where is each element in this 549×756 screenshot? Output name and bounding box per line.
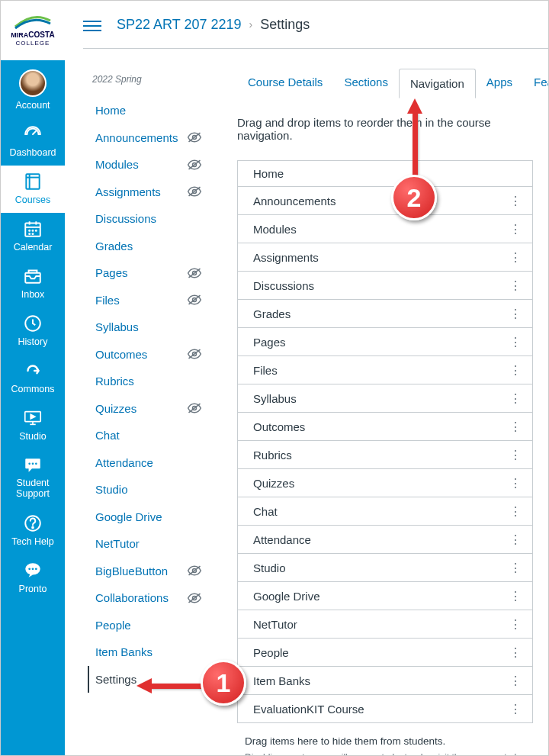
svg-point-18 — [32, 463, 34, 465]
settings-tabs: Course DetailsSectionsNavigationAppsFeat… — [237, 68, 548, 98]
course-nav-label: NetTutor — [95, 536, 140, 552]
course-nav-item[interactable]: Assignments — [88, 179, 205, 206]
tab-apps[interactable]: Apps — [476, 68, 523, 98]
course-nav-label: Files — [95, 293, 120, 308]
course-nav-item[interactable]: Announcements — [88, 124, 205, 152]
kebab-icon[interactable]: ⋮ — [508, 391, 523, 406]
kebab-icon[interactable]: ⋮ — [508, 616, 523, 632]
gnav-pronto[interactable]: Pronto — [1, 555, 65, 602]
kebab-icon[interactable]: ⋮ — [508, 447, 523, 462]
kebab-icon[interactable]: ⋮ — [508, 475, 523, 491]
course-nav-item[interactable]: Attendance — [88, 449, 205, 477]
course-nav-item[interactable]: Google Drive — [88, 503, 205, 531]
kebab-icon[interactable]: ⋮ — [508, 503, 523, 519]
nav-item[interactable]: Announcements⋮ — [238, 187, 532, 215]
course-nav-item[interactable]: Files — [88, 287, 205, 314]
course-nav-item[interactable]: Studio — [88, 476, 205, 503]
kebab-icon[interactable]: ⋮ — [508, 221, 523, 236]
gnav-courses[interactable]: Courses — [1, 166, 65, 213]
kebab-icon[interactable]: ⋮ — [508, 560, 523, 575]
breadcrumb-page: Settings — [260, 17, 310, 33]
annotation-arrow-2 — [410, 98, 421, 181]
gnav-label: Student Support — [2, 478, 63, 500]
course-nav-item[interactable]: NetTutor — [88, 530, 205, 558]
nav-item[interactable]: People⋮ — [238, 639, 532, 667]
nav-item[interactable]: EvaluationKIT Course⋮ — [238, 695, 532, 723]
course-nav-item[interactable]: People — [88, 612, 205, 639]
kebab-icon[interactable]: ⋮ — [508, 193, 523, 208]
gnav-history[interactable]: History — [1, 307, 65, 355]
nav-item[interactable]: Home — [238, 161, 532, 187]
global-nav: Account Dashboard Courses Calendar Inbox… — [1, 1, 65, 755]
gnav-inbox[interactable]: Inbox — [1, 260, 65, 307]
nav-item[interactable]: Outcomes⋮ — [238, 413, 532, 441]
kebab-icon[interactable]: ⋮ — [508, 278, 523, 293]
kebab-icon[interactable]: ⋮ — [508, 334, 523, 349]
nav-item[interactable]: Pages⋮ — [238, 328, 532, 356]
kebab-icon[interactable]: ⋮ — [508, 532, 523, 547]
hamburger-menu-button[interactable] — [83, 18, 101, 31]
gnav-commons[interactable]: Commons — [1, 355, 65, 402]
course-nav-label: Google Drive — [95, 510, 162, 525]
breadcrumb-course-link[interactable]: SP22 ART 207 2219 — [117, 17, 241, 33]
gnav-studio[interactable]: Studio — [1, 402, 65, 449]
nav-item[interactable]: Quizzes⋮ — [238, 469, 532, 497]
course-nav-label: Attendance — [95, 455, 153, 471]
nav-item-label: NetTutor — [253, 618, 297, 631]
nav-item[interactable]: Assignments⋮ — [238, 243, 532, 272]
gnav-calendar[interactable]: Calendar — [1, 213, 65, 260]
nav-item[interactable]: Item Banks⋮ — [238, 667, 532, 695]
gnav-account[interactable]: Account — [1, 60, 65, 118]
course-nav-item[interactable]: Outcomes — [88, 341, 205, 368]
tab-course-details[interactable]: Course Details — [237, 68, 333, 98]
tab-sections[interactable]: Sections — [333, 68, 399, 98]
kebab-icon[interactable]: ⋮ — [508, 645, 523, 660]
course-nav-item[interactable]: Modules — [88, 151, 205, 179]
course-nav-item[interactable]: Home — [88, 97, 205, 124]
gnav-label: Pronto — [19, 584, 47, 594]
nav-item[interactable]: Google Drive⋮ — [238, 582, 532, 610]
kebab-icon[interactable]: ⋮ — [508, 673, 523, 688]
svg-point-23 — [28, 568, 30, 570]
course-nav-item[interactable]: Syllabus — [88, 314, 205, 341]
kebab-icon[interactable]: ⋮ — [508, 249, 523, 265]
nav-item[interactable]: Chat⋮ — [238, 497, 532, 526]
hidden-icon — [187, 294, 202, 306]
kebab-icon[interactable]: ⋮ — [508, 419, 523, 434]
nav-item[interactable]: Rubrics⋮ — [238, 441, 532, 469]
hide-note: Disabling most pages will cause students… — [237, 751, 533, 756]
course-nav-label: Studio — [95, 482, 128, 497]
course-nav-item[interactable]: Chat — [88, 422, 205, 449]
course-nav-item[interactable]: Pages — [88, 259, 205, 287]
nav-item[interactable]: Files⋮ — [238, 356, 532, 384]
nav-item[interactable]: Grades⋮ — [238, 300, 532, 328]
nav-item-label: Syllabus — [253, 392, 297, 405]
kebab-icon[interactable]: ⋮ — [508, 362, 523, 378]
nav-item[interactable]: Modules⋮ — [238, 215, 532, 243]
tab-featu[interactable]: Featu — [523, 68, 549, 98]
nav-item[interactable]: Studio⋮ — [238, 554, 532, 582]
nav-item[interactable]: Syllabus⋮ — [238, 384, 532, 413]
gnav-student-support[interactable]: Student Support — [1, 449, 65, 507]
nav-item[interactable]: NetTutor⋮ — [238, 610, 532, 639]
course-nav-item[interactable]: Quizzes — [88, 395, 205, 423]
course-nav-item[interactable]: Collaborations — [88, 584, 205, 612]
nav-item[interactable]: Discussions⋮ — [238, 272, 532, 300]
svg-point-25 — [35, 568, 37, 570]
gnav-dashboard[interactable]: Dashboard — [1, 118, 65, 166]
nav-item[interactable]: Attendance⋮ — [238, 526, 532, 554]
kebab-icon[interactable]: ⋮ — [508, 701, 523, 716]
course-nav-item[interactable]: Discussions — [88, 205, 205, 233]
course-nav-item[interactable]: Item Banks — [88, 639, 205, 666]
course-nav-item[interactable]: Rubrics — [88, 368, 205, 395]
nav-item-label: Item Banks — [253, 674, 310, 687]
course-nav-label: Item Banks — [95, 645, 152, 660]
kebab-icon[interactable]: ⋮ — [508, 588, 523, 603]
course-nav-label: Syllabus — [95, 320, 139, 335]
gnav-tech-help[interactable]: Tech Help — [1, 507, 65, 555]
course-nav-item[interactable]: Grades — [88, 233, 205, 260]
help-icon — [23, 513, 43, 533]
kebab-icon[interactable]: ⋮ — [508, 306, 523, 321]
course-nav-item[interactable]: BigBlueButton — [88, 558, 205, 585]
tab-navigation[interactable]: Navigation — [399, 69, 476, 98]
